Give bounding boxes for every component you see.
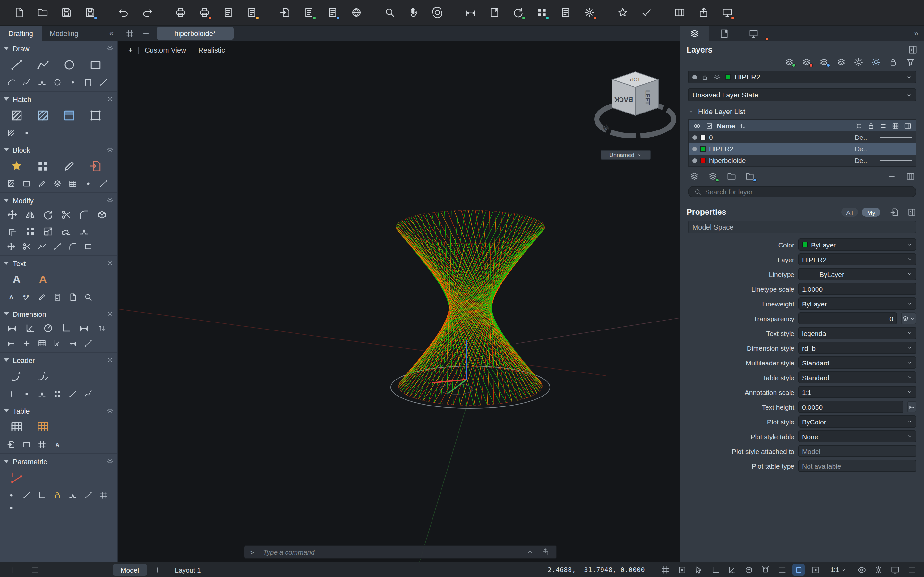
standards-icon[interactable] [639,5,653,19]
dimrad-icon[interactable] [40,321,57,335]
Abig-icon[interactable]: A [30,270,55,289]
layer-status-icon[interactable] [692,158,697,163]
property-value-field[interactable]: None [798,430,916,442]
table-icon[interactable] [30,417,55,437]
rect-icon[interactable] [19,438,33,450]
section-gear-icon[interactable] [107,407,113,414]
section-collapse-icon[interactable] [4,97,9,101]
pline-icon[interactable] [35,240,49,252]
line-icon[interactable] [50,240,64,252]
columns-tool-icon[interactable] [672,5,687,19]
abc-icon[interactable]: ABC [19,291,33,303]
region-icon[interactable] [83,106,108,125]
Asm-icon[interactable]: A [50,438,64,450]
viewport-menu-button[interactable]: + [128,46,132,54]
batch-icon[interactable] [615,5,630,19]
gradient-icon[interactable] [57,106,81,125]
property-value-field[interactable]: legenda [798,327,916,339]
property-value-field[interactable]: 1.0000 [798,283,916,295]
section-gear-icon[interactable] [107,259,113,267]
open-icon[interactable] [35,5,49,19]
share-icon[interactable] [696,5,710,19]
new-file-icon[interactable] [11,5,26,19]
pline2-icon[interactable] [35,388,49,400]
hatch-icon[interactable] [4,106,29,125]
pan-icon[interactable] [406,5,420,19]
fillet-icon[interactable] [65,240,79,252]
columns-settings-icon[interactable] [903,121,912,130]
zoom-icon[interactable] [383,5,397,19]
status-column-icon[interactable] [704,121,714,130]
filter-all-button[interactable]: All [841,208,858,217]
rotate-icon[interactable] [40,207,57,222]
selection-dropdown[interactable]: Model Space [688,221,916,234]
property-value-field[interactable]: ByLayer [798,298,916,309]
sort-icon[interactable] [94,321,110,335]
scale-icon[interactable] [40,224,57,239]
sheet-set-icon[interactable] [487,5,501,19]
line-icon[interactable] [96,177,110,189]
section-gear-icon[interactable] [107,146,113,153]
spline-icon[interactable] [81,388,95,400]
add-layout-icon[interactable] [152,564,162,575]
palette-collapse-button[interactable]: « [105,26,118,41]
pline2-icon[interactable] [76,224,92,239]
line-icon[interactable] [65,388,79,400]
command-input[interactable]: Type a command [263,548,520,556]
camera-dropdown[interactable]: Unnamed [601,150,651,160]
orbit-icon[interactable] [430,5,444,19]
redo-icon[interactable] [140,5,154,19]
polar-tracking-icon[interactable] [726,564,738,575]
sort-icon[interactable] [738,121,747,130]
hatch-icon[interactable] [4,177,18,189]
property-value-field[interactable]: Standard [798,371,916,384]
dot-icon[interactable] [65,76,79,88]
viewport-style-button[interactable]: Realistic [198,46,225,54]
paramline-icon[interactable] [4,468,29,487]
tab-sheet-sets[interactable] [709,26,738,41]
tab-layers[interactable] [680,26,709,41]
section-collapse-icon[interactable] [4,358,9,362]
hatch-icon[interactable] [4,127,18,139]
command-share-icon[interactable] [540,547,551,557]
array-icon[interactable] [22,224,39,239]
star-icon[interactable] [4,156,29,176]
line-icon[interactable] [96,76,110,88]
section-collapse-icon[interactable] [4,409,9,412]
sheet-icon[interactable] [50,291,64,303]
pline2-icon[interactable] [35,76,49,88]
line-icon[interactable] [81,489,95,501]
publish-icon[interactable] [244,5,258,19]
property-value-field[interactable]: 0.0050 [798,401,903,413]
snap-mode-icon[interactable] [676,564,688,575]
command-line[interactable]: >_ Type a command [244,545,557,559]
magnifier-icon[interactable] [81,291,95,303]
dynamic-input-icon[interactable] [692,564,704,575]
layer-filter-icon[interactable] [905,57,916,67]
drawing-viewport[interactable]: + Custom View Realistic N TOP BACK LEFT … [118,41,680,562]
layer-list-header[interactable]: Name [688,120,916,131]
erase-icon[interactable] [58,224,74,239]
circle-icon[interactable] [50,76,64,88]
circle-icon[interactable] [57,55,81,74]
region-icon[interactable] [81,76,95,88]
grid-icon[interactable] [35,438,49,450]
move-icon[interactable] [4,207,21,222]
plus-icon[interactable] [4,388,18,400]
table-icon[interactable] [65,177,79,189]
pencil-icon[interactable] [35,291,49,303]
line-icon[interactable] [19,489,33,501]
layer-set-current-icon[interactable] [818,57,830,67]
dot-icon[interactable] [19,127,33,139]
hatch-icon[interactable] [30,106,55,125]
section-collapse-icon[interactable] [4,199,9,202]
new-drawing-tab-button[interactable] [141,28,151,39]
pick-text-height-button[interactable] [907,401,916,412]
etransmit-icon[interactable] [349,5,363,19]
dimlin-icon[interactable] [65,337,79,349]
ortho-mode-icon[interactable] [709,564,721,575]
lock-column-icon[interactable] [866,121,875,130]
drawing-tab[interactable]: hiperboloide* [157,27,234,40]
pencil-icon[interactable] [35,177,49,189]
rect-icon[interactable] [81,240,95,252]
